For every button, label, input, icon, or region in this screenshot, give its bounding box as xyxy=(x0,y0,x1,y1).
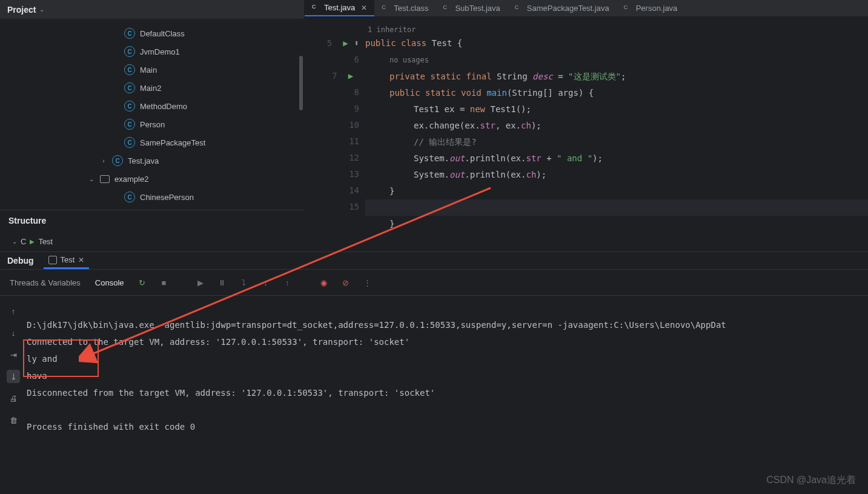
class-icon: C xyxy=(443,4,451,13)
tree-item[interactable]: CMain xyxy=(0,61,304,79)
tree-item-label: example2 xyxy=(114,175,148,184)
class-icon: C xyxy=(124,192,135,202)
console-gutter: ↑ ↓ ⇥ ⤓ 🖨 🗑 xyxy=(0,296,27,494)
down-icon[interactable]: ↓ xyxy=(7,326,20,339)
class-icon: C xyxy=(21,237,26,246)
close-icon[interactable]: ✕ xyxy=(361,4,367,12)
run-icon: ▶ xyxy=(30,238,35,245)
class-icon: C xyxy=(124,137,135,148)
console-body: ↑ ↓ ⇥ ⤓ 🖨 🗑 D:\jdk17\jdk\bin\java.exe -a… xyxy=(0,296,868,494)
tree-item[interactable]: CChinesePerson xyxy=(0,188,304,206)
structure-panel: Structure ⌄ C ▶ Test xyxy=(0,210,304,252)
tree-item[interactable]: ⌄example2 xyxy=(0,170,304,188)
scrollbar-thumb[interactable] xyxy=(299,56,303,110)
tree-item-label: MethodDemo xyxy=(140,102,187,111)
tree-item[interactable]: CPerson xyxy=(0,115,304,133)
class-icon: C xyxy=(312,4,320,12)
step-out-icon[interactable]: ↑ xyxy=(282,276,294,289)
tree-item[interactable]: CMethodDemo xyxy=(0,97,304,115)
step-over-icon[interactable]: ⤵ xyxy=(238,276,250,289)
print-icon[interactable]: 🖨 xyxy=(7,392,20,405)
tab-threads[interactable]: Threads & Variables xyxy=(7,278,83,287)
run-icon[interactable]: ▶ xyxy=(337,35,354,52)
tab-label: Test.java xyxy=(324,3,355,12)
scroll-end-icon[interactable]: ⤓ xyxy=(7,370,20,383)
debug-run-tab[interactable]: Test ✕ xyxy=(44,252,90,269)
tree-item[interactable]: CMain2 xyxy=(0,79,304,97)
watermark: CSDN @Java追光着 xyxy=(766,474,856,487)
more-icon[interactable]: ⋮ xyxy=(362,276,374,289)
tree-item-label: Test.java xyxy=(128,156,159,165)
chevron-icon: ⌄ xyxy=(88,176,95,182)
class-icon: C xyxy=(515,4,523,13)
structure-item-label: Test xyxy=(38,237,53,246)
debug-tab-label: Test xyxy=(61,255,75,264)
chevron-icon: › xyxy=(100,158,107,164)
tree-item[interactable]: CSamePackageTest xyxy=(0,133,304,152)
editor-tab[interactable]: CPerson.java xyxy=(617,0,685,16)
structure-item[interactable]: ⌄ C ▶ Test xyxy=(0,231,304,252)
inlay-hint: 1 inheritor xyxy=(368,22,416,38)
debug-panel: Debug Test ✕ Threads & Variables Console… xyxy=(0,252,868,494)
tree-item-label: SamePackageTest xyxy=(140,138,205,147)
rerun-icon[interactable]: ↻ xyxy=(136,276,148,289)
editor-tab[interactable]: CSamePackageTest.java xyxy=(508,0,617,16)
class-icon: C xyxy=(124,46,135,57)
run-icon[interactable]: ▶ xyxy=(342,68,359,84)
tree-item-label: Main xyxy=(140,65,157,75)
debug-header: Debug Test ✕ xyxy=(0,252,868,269)
tab-label: Person.java xyxy=(636,4,678,13)
code-content[interactable]: 1 inheritor public class Test { no usage… xyxy=(365,17,868,252)
editor-tab[interactable]: CTest.class xyxy=(374,0,436,16)
editor-tabs: CTest.java✕CTest.classCSubTest.javaCSame… xyxy=(305,0,868,17)
tree-item-label: JvmDemo1 xyxy=(140,47,180,56)
stop-icon[interactable]: ■ xyxy=(158,276,170,289)
editor-tab[interactable]: CSubTest.java xyxy=(436,0,507,16)
class-icon: C xyxy=(624,4,632,13)
tree-item-label: Person xyxy=(140,120,165,129)
tree-item-label: Main2 xyxy=(140,84,161,93)
gutter: 5 ▶⬍ 6 7 ▶ 8 9 10 11 12 13 14 15 xyxy=(305,17,365,252)
folder-icon xyxy=(100,175,110,183)
class-icon: C xyxy=(124,82,135,93)
mute-breakpoints-icon[interactable]: ⊘ xyxy=(340,276,352,289)
pause-icon[interactable]: ⏸ xyxy=(216,276,228,289)
chevron-down-icon: ⌄ xyxy=(39,6,44,13)
project-tree[interactable]: CDefaultClassCJvmDemo1CMainCMain2CMethod… xyxy=(0,19,304,210)
class-icon: C xyxy=(124,101,135,112)
view-breakpoints-icon[interactable]: ◉ xyxy=(318,276,330,289)
class-icon: C xyxy=(112,155,123,166)
tree-item-label: DefaultClass xyxy=(140,29,185,38)
tree-item[interactable]: ›CTest.java xyxy=(0,152,304,170)
resume-icon[interactable]: ▶ xyxy=(194,276,207,289)
debug-label: Debug xyxy=(7,256,34,265)
tab-console[interactable]: Console xyxy=(93,278,127,287)
project-label: Project xyxy=(7,5,36,15)
tree-item[interactable]: CDefaultClass xyxy=(0,24,304,42)
inlay-hint: no usages xyxy=(389,56,429,64)
class-icon: C xyxy=(124,64,135,75)
project-header[interactable]: Project ⌄ xyxy=(0,0,304,19)
debug-toolbar: Threads & Variables Console ↻ ■ ▶ ⏸ ⤵ ↓ … xyxy=(0,269,868,296)
console-output[interactable]: D:\jdk17\jdk\bin\java.exe -agentlib:jdwp… xyxy=(27,296,868,494)
class-icon: C xyxy=(124,119,135,130)
class-icon: C xyxy=(124,28,135,39)
run-config-icon xyxy=(48,256,57,264)
tree-item-label: ChinesePerson xyxy=(140,193,194,202)
trash-icon[interactable]: 🗑 xyxy=(7,413,20,427)
chevron-down-icon: ⌄ xyxy=(12,238,17,245)
editor: CTest.java✕CTest.classCSubTest.javaCSame… xyxy=(305,0,868,252)
editor-tab[interactable]: CTest.java✕ xyxy=(305,0,374,16)
structure-header[interactable]: Structure xyxy=(0,210,304,231)
step-into-icon[interactable]: ↓ xyxy=(260,276,272,289)
tab-label: Test.class xyxy=(394,4,428,13)
up-icon[interactable]: ↑ xyxy=(7,304,20,318)
tree-item[interactable]: CJvmDemo1 xyxy=(0,42,304,61)
close-icon[interactable]: ✕ xyxy=(78,256,84,264)
class-icon: C xyxy=(382,4,390,13)
tab-label: SamePackageTest.java xyxy=(527,4,609,13)
soft-wrap-icon[interactable]: ⇥ xyxy=(7,348,20,361)
code-area[interactable]: 5 ▶⬍ 6 7 ▶ 8 9 10 11 12 13 14 15 1 inher… xyxy=(305,17,868,252)
project-sidebar: Project ⌄ CDefaultClassCJvmDemo1CMainCMa… xyxy=(0,0,305,252)
tab-label: SubTest.java xyxy=(455,4,500,13)
